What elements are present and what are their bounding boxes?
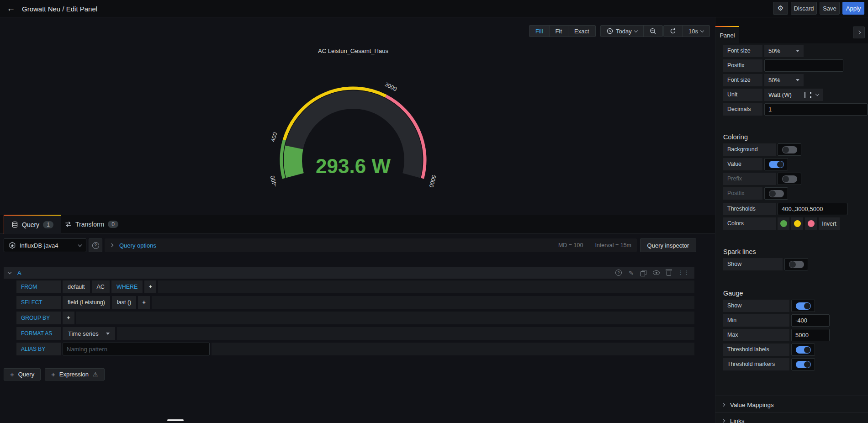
gauge-show-label: Show xyxy=(723,300,789,312)
drag-handle-icon[interactable]: ⋮⋮ xyxy=(678,270,690,275)
font-size-label: Font size xyxy=(723,45,762,57)
discard-button[interactable]: Discard xyxy=(791,2,817,15)
query-count-badge: 1 xyxy=(43,221,53,228)
coloring-prefix-row: Prefix xyxy=(723,173,864,185)
select-field-segment[interactable]: field (Leistung) xyxy=(63,296,110,309)
top-navbar: ← Growatt Neu / Edit Panel ⚙ Discard Sav… xyxy=(0,0,868,17)
pink-color-swatch[interactable] xyxy=(805,217,817,230)
query-row-header[interactable]: A ? ✎ ⋮⋮ xyxy=(4,267,694,279)
tab-query-label: Query xyxy=(22,221,39,228)
divider xyxy=(715,412,868,412)
invert-colors-button[interactable]: Invert xyxy=(819,217,840,230)
options-pane: Font size 50% Postfix Font size 50% Unit xyxy=(715,43,868,423)
value-toggle[interactable] xyxy=(764,158,788,170)
aliasby-label: ALIAS BY xyxy=(16,343,61,355)
trash-icon[interactable] xyxy=(667,271,671,276)
value-mappings-section[interactable]: Value Mappings xyxy=(722,399,864,410)
add-where-button[interactable]: + xyxy=(144,280,156,293)
datasource-help-button[interactable]: ? xyxy=(89,238,102,252)
sparklines-show-toggle[interactable] xyxy=(784,258,808,270)
query-toolbar: InfluxDB-java4 ? Query options MD = 100 … xyxy=(0,238,715,252)
back-arrow-icon[interactable]: ← xyxy=(5,4,16,14)
apply-button[interactable]: Apply xyxy=(842,2,864,15)
grafana-edit-panel: ← Growatt Neu / Edit Panel ⚙ Discard Sav… xyxy=(0,0,868,423)
format-as-select[interactable]: Time series xyxy=(63,327,115,340)
gauge-max-label: Max xyxy=(723,329,789,341)
gauge-heading: Gauge xyxy=(723,290,743,297)
font-size-select[interactable]: 50% xyxy=(764,45,804,57)
refresh-interval-dropdown[interactable]: 10s xyxy=(683,26,709,37)
from-measurement-segment[interactable]: AC xyxy=(92,280,110,293)
font-size2-value: 50% xyxy=(768,77,791,84)
tab-query[interactable]: Query 1 xyxy=(4,215,61,234)
thresholds-label: Thresholds xyxy=(723,203,776,215)
postfix-toggle[interactable] xyxy=(764,187,788,200)
eye-icon[interactable] xyxy=(653,270,660,275)
sparklines-show-label: Show xyxy=(723,258,783,270)
threshold-markers-label: Threshold markers xyxy=(723,358,789,370)
add-expression-button[interactable]: + Expression ⚠ xyxy=(45,368,105,381)
from-policy-segment[interactable]: default xyxy=(63,280,90,293)
collapse-sidebar-button[interactable] xyxy=(853,26,865,38)
add-groupby-button[interactable]: + xyxy=(63,312,74,324)
query-options-bar[interactable]: Query options MD = 100 Interval = 15m xyxy=(105,238,637,252)
edit-icon[interactable]: ✎ xyxy=(629,270,634,276)
query-options-label: Query options xyxy=(119,242,156,249)
plus-icon: + xyxy=(149,284,152,290)
panel-settings-button[interactable]: ⚙ xyxy=(773,2,788,15)
coloring-background-row: Background xyxy=(723,143,864,156)
alias-input[interactable] xyxy=(63,343,210,355)
gauge-min-row: Min xyxy=(723,314,864,327)
gauge-show-toggle[interactable] xyxy=(791,300,815,312)
decimals-input[interactable] xyxy=(764,103,868,116)
green-dot-icon xyxy=(780,220,787,227)
gauge-min-input[interactable] xyxy=(791,314,830,327)
links-section[interactable]: Links xyxy=(722,415,864,423)
toggle-on xyxy=(796,346,811,354)
colors-row: Colors Invert xyxy=(723,217,864,230)
unit-select[interactable]: Watt (W) xyxy=(764,89,823,101)
tab-panel-options[interactable]: Panel xyxy=(715,26,739,43)
threshold-markers-toggle[interactable] xyxy=(791,358,815,370)
gauge-max-input[interactable] xyxy=(791,329,830,341)
font-size2-row: Font size 50% xyxy=(723,74,864,86)
query-inspector-button[interactable]: Query inspector xyxy=(640,238,696,252)
where-keyword[interactable]: WHERE xyxy=(111,280,143,293)
font-size2-select[interactable]: 50% xyxy=(764,74,804,86)
add-query-button[interactable]: + Query xyxy=(4,368,41,381)
time-range-button[interactable]: Today xyxy=(601,26,644,37)
add-select-button[interactable]: + xyxy=(138,296,150,309)
colors-label: Colors xyxy=(723,217,776,230)
threshold-labels-label: Threshold labels xyxy=(723,344,789,356)
decimals-row: Decimals xyxy=(723,103,868,116)
chevron-down-icon xyxy=(700,28,704,32)
thresholds-input[interactable] xyxy=(778,203,847,215)
yellow-color-swatch[interactable] xyxy=(791,217,803,230)
tab-transform[interactable]: Transform 0 xyxy=(58,215,126,234)
prefix-toggle[interactable] xyxy=(778,173,801,185)
save-button[interactable]: Save xyxy=(820,2,840,15)
query-help-icon[interactable]: ? xyxy=(615,270,622,276)
size-mode-fit-button[interactable]: Fit xyxy=(550,26,568,37)
select-aggregation-segment[interactable]: last () xyxy=(112,296,136,309)
database-icon xyxy=(11,221,18,228)
row-filler xyxy=(152,296,694,309)
datasource-picker[interactable]: InfluxDB-java4 xyxy=(4,238,86,252)
coloring-heading: Coloring xyxy=(723,133,748,141)
coloring-postfix-label: Postfix xyxy=(723,187,762,200)
gauge-show-row: Show xyxy=(723,300,864,312)
copy-icon[interactable] xyxy=(640,270,646,276)
size-mode-exact-button[interactable]: Exact xyxy=(568,26,595,37)
threshold-labels-toggle[interactable] xyxy=(791,344,815,356)
toggle-on xyxy=(796,302,811,310)
query-select-row: SELECT field (Leistung) last () + xyxy=(16,296,694,309)
query-tabbar: Query 1 Transform 0 xyxy=(0,215,715,234)
font-size-row: Font size 50% xyxy=(723,45,864,57)
horizontal-scrollbar-thumb[interactable] xyxy=(167,419,184,421)
green-color-swatch[interactable] xyxy=(778,217,789,230)
size-mode-fill-button[interactable]: Fill xyxy=(529,26,550,37)
zoom-out-button[interactable] xyxy=(644,26,662,37)
refresh-button[interactable] xyxy=(664,26,683,37)
background-toggle[interactable] xyxy=(778,143,801,156)
postfix-input[interactable] xyxy=(764,59,843,72)
